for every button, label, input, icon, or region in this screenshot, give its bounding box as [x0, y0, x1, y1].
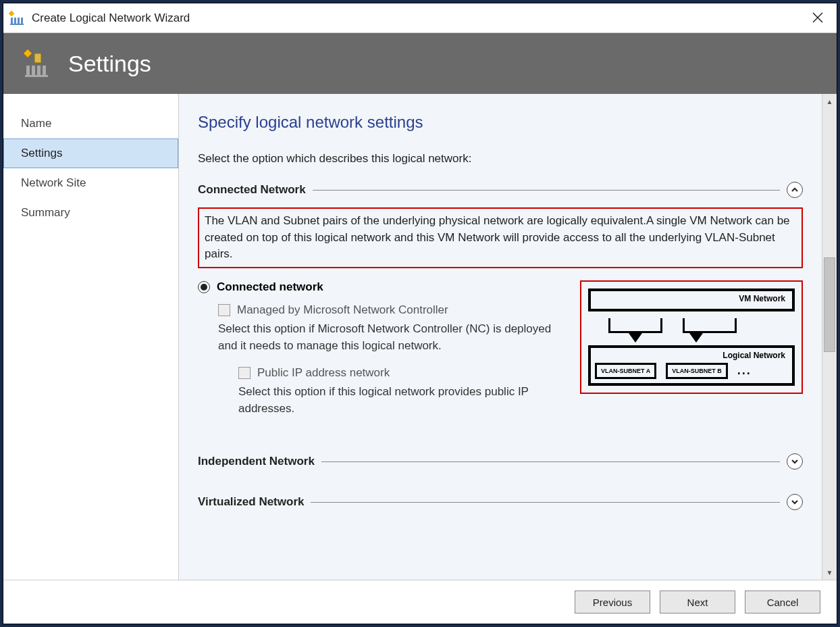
collapse-button-connected[interactable]	[787, 182, 803, 198]
chevron-up-icon	[791, 186, 799, 194]
banner-title: Settings	[68, 51, 151, 77]
managed-by-nc-desc: Select this option if Microsoft Network …	[218, 321, 568, 354]
section-connected-network: Connected Network The VLAN and Subnet pa…	[198, 182, 803, 429]
app-icon	[9, 9, 26, 27]
window-title: Create Logical Network Wizard	[32, 11, 190, 25]
arrow-down-icon	[689, 333, 703, 343]
section-header-independent: Independent Network	[198, 453, 803, 470]
svg-rect-12	[37, 66, 41, 76]
wizard-sidebar: Name Settings Network Site Summary	[3, 94, 179, 580]
diagram-dots: ...	[737, 363, 752, 378]
arrow-down-icon	[629, 333, 642, 343]
vertical-scrollbar[interactable]: ▲ ▼	[822, 94, 837, 580]
network-diagram: VM Network Logical Network	[580, 280, 803, 394]
expand-button-virtualized[interactable]	[787, 494, 803, 510]
intro-text: Select the option which describes this l…	[198, 152, 803, 166]
svg-rect-4	[21, 18, 23, 24]
radio-icon	[198, 281, 210, 293]
scroll-down-button[interactable]: ▼	[822, 565, 837, 580]
section-title-connected: Connected Network	[198, 183, 306, 197]
page-heading: Specify logical network settings	[198, 113, 803, 132]
diagram-logical-network: Logical Network VLAN-SUBNET A VLAN-SUBNE…	[588, 345, 795, 386]
checkbox-managed-by-nc[interactable]: Managed by Microsoft Network Controller	[218, 303, 568, 317]
svg-rect-10	[26, 66, 30, 76]
public-ip-desc: Select this option if this logical netwo…	[238, 384, 568, 417]
connected-option-left: Connected network Managed by Microsoft N…	[198, 280, 568, 430]
content-area: Specify logical network settings Select …	[179, 94, 822, 580]
banner-icon	[22, 48, 53, 79]
diagram-arrows	[629, 333, 795, 345]
wizard-body: Name Settings Network Site Summary Speci…	[3, 94, 837, 580]
chevron-down-icon	[791, 498, 799, 506]
header-banner: Settings	[3, 33, 837, 94]
section-header-virtualized: Virtualized Network	[198, 494, 803, 510]
section-header-connected: Connected Network	[198, 182, 803, 198]
checkbox-icon	[238, 367, 251, 379]
diagram-connectors	[608, 318, 795, 333]
diagram-vlan-b: VLAN-SUBNET B	[666, 363, 728, 379]
diagram-vm-label: VM Network	[739, 294, 785, 303]
svg-rect-9	[34, 53, 41, 63]
previous-button[interactable]: Previous	[575, 591, 650, 613]
next-button[interactable]: Next	[660, 591, 735, 613]
svg-rect-14	[25, 75, 48, 77]
svg-rect-5	[10, 24, 24, 25]
svg-rect-13	[43, 66, 46, 76]
sidebar-item-network-site[interactable]: Network Site	[3, 168, 178, 198]
wizard-window: Create Logical Network Wizard Settings N…	[3, 3, 837, 624]
sidebar-item-summary[interactable]: Summary	[3, 198, 178, 228]
titlebar: Create Logical Network Wizard	[3, 3, 837, 33]
scroll-up-button[interactable]: ▲	[822, 94, 837, 109]
diagram-vlan-a: VLAN-SUBNET A	[595, 363, 656, 379]
svg-rect-2	[14, 18, 16, 24]
svg-rect-11	[32, 66, 35, 76]
content-wrap: Specify logical network settings Select …	[179, 94, 837, 580]
checkbox-label: Managed by Microsoft Network Controller	[237, 303, 448, 317]
scroll-track[interactable]	[822, 109, 837, 565]
radio-connected-network[interactable]: Connected network	[198, 280, 568, 294]
sidebar-item-settings[interactable]: Settings	[3, 139, 178, 168]
svg-rect-3	[18, 18, 20, 24]
divider	[321, 461, 780, 462]
divider	[313, 190, 780, 191]
svg-marker-8	[24, 49, 32, 57]
cancel-button[interactable]: Cancel	[745, 591, 820, 613]
radio-label: Connected network	[217, 280, 323, 294]
close-icon	[812, 12, 823, 23]
diagram-vm-network: VM Network	[588, 289, 795, 311]
svg-marker-0	[9, 11, 14, 16]
checkbox-public-ip[interactable]: Public IP address network	[238, 366, 568, 380]
section-independent-network: Independent Network	[198, 453, 803, 470]
sidebar-item-name[interactable]: Name	[3, 109, 178, 139]
connected-option-row: Connected network Managed by Microsoft N…	[198, 280, 803, 430]
section-title-independent: Independent Network	[198, 455, 315, 468]
expand-button-independent[interactable]	[787, 453, 803, 470]
scroll-thumb[interactable]	[824, 257, 835, 352]
section-title-virtualized: Virtualized Network	[198, 495, 304, 509]
connected-description: The VLAN and Subnet pairs of the underly…	[198, 207, 803, 268]
divider	[311, 502, 780, 503]
button-bar: Previous Next Cancel	[3, 580, 837, 624]
section-virtualized-network: Virtualized Network	[198, 494, 803, 510]
close-button[interactable]	[804, 3, 831, 33]
diagram-ln-label: Logical Network	[723, 351, 785, 360]
checkbox-icon	[218, 304, 230, 316]
checkbox-label: Public IP address network	[257, 366, 390, 380]
chevron-down-icon	[791, 457, 799, 466]
svg-rect-1	[11, 18, 13, 24]
diagram-vlan-row: VLAN-SUBNET A VLAN-SUBNET B ...	[595, 363, 788, 379]
